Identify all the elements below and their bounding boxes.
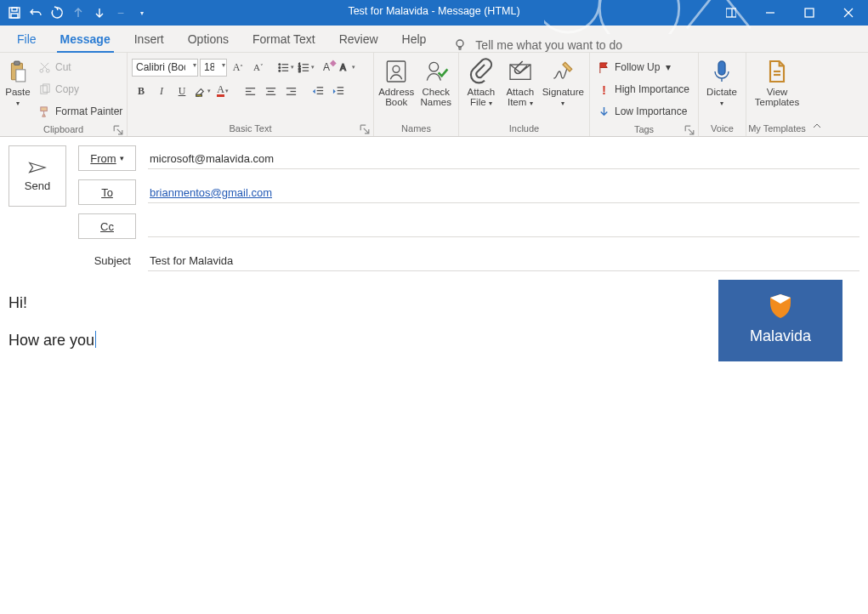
malavida-logo: Malavida — [718, 280, 842, 361]
font-name-combo[interactable]: ▾ — [132, 59, 198, 77]
font-color-button[interactable]: A▾ — [213, 82, 232, 100]
ribbon: Paste▾ Cut Copy Format Painter Clipboard… — [0, 53, 868, 137]
high-importance-button[interactable]: !High Importance — [594, 80, 694, 99]
format-painter-button[interactable]: Format Painter — [35, 102, 126, 121]
group-label-clipboard: Clipboard — [0, 122, 127, 137]
cc-field[interactable] — [148, 215, 859, 237]
decrease-indent-button[interactable] — [309, 82, 327, 100]
svg-rect-49 — [388, 61, 406, 82]
svg-rect-33 — [196, 94, 202, 96]
to-field[interactable]: brianmentos@gmail.com — [148, 181, 859, 203]
group-label-names: Names — [374, 122, 458, 136]
svg-rect-1 — [12, 8, 17, 11]
subject-label: Subject — [78, 247, 136, 273]
tab-format-text[interactable]: Format Text — [241, 26, 327, 52]
font-size-combo[interactable]: ▾ — [200, 59, 227, 77]
group-tags: Follow Up▾ !High Importance Low Importan… — [590, 53, 699, 136]
customize-qat-icon[interactable]: ▾ — [133, 3, 151, 22]
basic-text-launcher-icon[interactable] — [360, 124, 370, 134]
highlight-button[interactable]: ▾ — [193, 82, 212, 100]
increase-indent-button[interactable] — [329, 82, 348, 100]
address-book-button[interactable]: AddressBook — [378, 56, 415, 122]
svg-point-21 — [279, 66, 281, 68]
italic-button[interactable]: I — [152, 82, 171, 100]
svg-point-15 — [40, 69, 43, 72]
clipboard-launcher-icon[interactable] — [113, 125, 123, 135]
svg-point-50 — [393, 65, 400, 72]
group-templates: ViewTemplates My Templates — [746, 53, 808, 136]
from-button[interactable]: From▾ — [78, 145, 136, 171]
undo-icon[interactable] — [26, 3, 45, 22]
group-label-include: Include — [459, 122, 589, 136]
window-controls — [712, 0, 868, 26]
check-names-button[interactable]: CheckNames — [418, 56, 455, 122]
tab-insert[interactable]: Insert — [122, 26, 176, 52]
numbering-button[interactable]: 123▾ — [297, 58, 315, 77]
text-cursor — [95, 331, 96, 348]
cut-button: Cut — [35, 58, 126, 77]
copy-button: Copy — [35, 80, 126, 99]
svg-rect-13 — [14, 61, 20, 65]
cc-button[interactable]: Cc — [78, 213, 136, 239]
group-include: AttachFile ▾ AttachItem ▾ Signature▾ Inc… — [459, 53, 590, 136]
svg-point-51 — [429, 62, 439, 71]
attach-item-button[interactable]: AttachItem ▾ — [502, 56, 538, 122]
malavida-shield-icon — [765, 293, 796, 323]
styles-button[interactable]: A▾ — [338, 58, 356, 77]
bold-button[interactable]: B — [132, 82, 150, 100]
tell-me-search[interactable]: Tell me what you want to do — [453, 38, 622, 52]
group-label-voice: Voice — [699, 122, 746, 136]
to-recipient[interactable]: brianmentos@gmail.com — [150, 186, 272, 199]
tab-options[interactable]: Options — [176, 26, 241, 52]
qat-separator: – — [111, 3, 130, 22]
align-right-button[interactable] — [281, 82, 300, 100]
bullets-button[interactable]: ▾ — [276, 58, 295, 77]
grow-font-button[interactable]: A˄ — [229, 58, 247, 77]
signature-button[interactable]: Signature▾ — [542, 56, 585, 122]
group-basic-text: ▾ ▾ A˄ A˅ ▾ 123▾ A◆ A▾ B I U ▾ A▾ — [128, 53, 374, 136]
paste-label: Paste — [5, 87, 30, 97]
group-label-basic-text: Basic Text — [128, 122, 373, 136]
clear-formatting-button[interactable]: A◆ — [317, 58, 336, 77]
ribbon-tabs: File Message Insert Options Format Text … — [0, 26, 868, 53]
send-button[interactable]: Send — [9, 145, 66, 207]
from-field[interactable]: microsoft@malavida.com — [148, 147, 859, 169]
send-label: Send — [25, 179, 50, 192]
close-button[interactable] — [829, 0, 868, 26]
collapse-ribbon-button[interactable] — [808, 53, 826, 136]
save-icon[interactable] — [5, 3, 24, 22]
dictate-button[interactable]: Dictate▾ — [703, 56, 740, 122]
svg-rect-5 — [726, 9, 736, 17]
maximize-button[interactable] — [790, 0, 829, 26]
view-templates-button[interactable]: ViewTemplates — [751, 56, 803, 122]
compose-header: Send From▾ microsoft@malavida.com To bri… — [0, 137, 868, 273]
align-left-button[interactable] — [241, 82, 259, 100]
message-body[interactable]: Hi! How are you Malavida — [0, 273, 868, 385]
to-button[interactable]: To — [78, 179, 136, 205]
svg-text:A: A — [340, 63, 346, 72]
svg-rect-53 — [718, 61, 725, 75]
minimize-button[interactable] — [751, 0, 790, 26]
snap-layouts-button[interactable] — [712, 0, 751, 26]
low-importance-button[interactable]: Low Importance — [594, 102, 694, 121]
shrink-font-button[interactable]: A˅ — [249, 58, 268, 77]
tab-message[interactable]: Message — [48, 26, 122, 52]
attach-file-button[interactable]: AttachFile ▾ — [463, 56, 499, 122]
follow-up-button[interactable]: Follow Up▾ — [594, 58, 694, 77]
arrow-down-icon[interactable] — [90, 3, 109, 22]
subject-field[interactable]: Test for Malavida — [148, 249, 859, 271]
group-label-tags: Tags — [590, 122, 698, 137]
svg-rect-8 — [805, 9, 814, 17]
malavida-logo-text: Malavida — [750, 325, 811, 349]
redo-icon[interactable] — [48, 3, 66, 22]
align-center-button[interactable] — [261, 82, 280, 100]
svg-rect-19 — [41, 106, 48, 111]
paste-button[interactable]: Paste▾ — [4, 56, 31, 122]
tab-review[interactable]: Review — [327, 26, 390, 52]
tab-help[interactable]: Help — [390, 26, 439, 52]
svg-point-16 — [46, 69, 49, 72]
group-label-templates: My Templates — [746, 122, 808, 136]
underline-button[interactable]: U — [173, 82, 191, 100]
tags-launcher-icon[interactable] — [684, 125, 695, 135]
tab-file[interactable]: File — [5, 26, 48, 52]
